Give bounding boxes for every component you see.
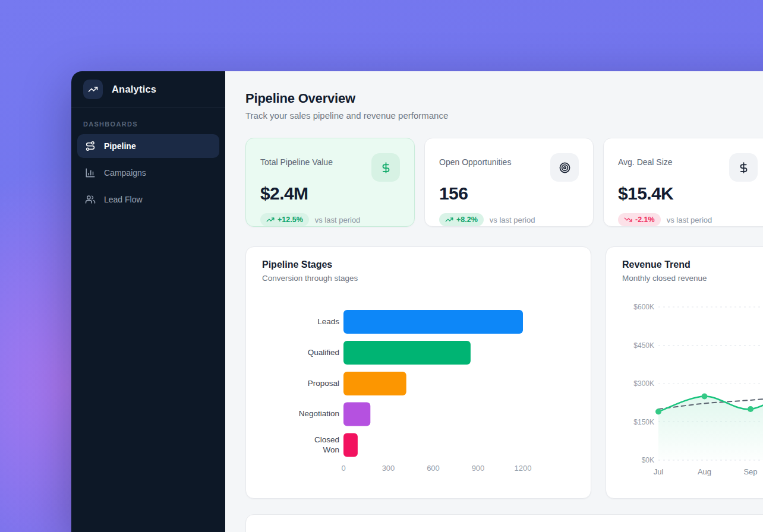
pipeline-stages-card: Pipeline Stages Conversion through stage… bbox=[245, 246, 591, 499]
x-axis-tick: Sep bbox=[743, 467, 757, 476]
charts-row: Pipeline Stages Conversion through stage… bbox=[245, 246, 763, 499]
sidebar-section-label: DASHBOARDS bbox=[83, 121, 213, 128]
x-axis-tick: 300 bbox=[382, 464, 395, 473]
kpi-delta-badge: +12.5% bbox=[260, 213, 309, 226]
revenue-trend-card: Revenue Trend Monthly closed revenue $0K… bbox=[606, 246, 763, 499]
revenue-trend-header: Revenue Trend Monthly closed revenue bbox=[622, 259, 707, 283]
kpi-delta-badge: +8.2% bbox=[439, 213, 484, 226]
dollar-icon bbox=[380, 162, 392, 174]
pipeline-stages-title: Pipeline Stages bbox=[262, 259, 358, 270]
y-axis-tick: $300K bbox=[633, 379, 654, 388]
kpi-icon-box bbox=[371, 153, 400, 182]
page-subtitle: Track your sales pipeline and revenue pe… bbox=[245, 110, 763, 121]
x-axis-tick: Jul bbox=[654, 467, 664, 476]
dollar-icon bbox=[737, 162, 750, 174]
target-icon bbox=[559, 162, 571, 174]
bar-qualified bbox=[343, 341, 471, 365]
kpi-row: Total Pipeline Value $2.4M +12.5% vs las… bbox=[245, 138, 763, 227]
app-logo bbox=[83, 80, 103, 99]
revenue-trend-chart: $0K$150K$300K$450K$600KJulAugSep bbox=[606, 247, 763, 499]
sidebar-nav: Pipeline Campaigns Lead Flow bbox=[71, 134, 225, 214]
sidebar-item-label: Pipeline bbox=[104, 141, 136, 151]
revenue-point-jul bbox=[655, 408, 661, 414]
revenue-point-aug bbox=[702, 394, 708, 400]
bar-label: Negotiation bbox=[299, 409, 339, 418]
bar-label: Leads bbox=[317, 317, 339, 326]
revenue-trend-title: Revenue Trend bbox=[622, 259, 707, 270]
page-title: Pipeline Overview bbox=[245, 91, 763, 106]
bar-closed-won bbox=[343, 433, 358, 457]
kpi-label: Total Pipeline Value bbox=[260, 157, 333, 167]
bottom-card-partial bbox=[245, 514, 763, 532]
kpi-label: Avg. Deal Size bbox=[618, 157, 673, 167]
kpi-delta-value: +12.5% bbox=[278, 216, 303, 224]
kpi-icon-box bbox=[550, 153, 579, 182]
kpi-label: Open Opportunities bbox=[439, 157, 511, 167]
analytics-app-window: Analytics DASHBOARDS Pipeline Campaigns … bbox=[71, 71, 763, 532]
kpi-icon-box bbox=[729, 153, 758, 182]
bar-label: Qualified bbox=[308, 348, 339, 357]
trend-up-icon bbox=[445, 216, 453, 224]
sidebar: Analytics DASHBOARDS Pipeline Campaigns … bbox=[71, 71, 225, 532]
bar-negotiation bbox=[343, 403, 370, 426]
users-icon bbox=[85, 194, 96, 205]
pipeline-stages-header: Pipeline Stages Conversion through stage… bbox=[262, 259, 358, 283]
main-content: Pipeline Overview Track your sales pipel… bbox=[225, 71, 763, 532]
x-axis-tick: 600 bbox=[427, 464, 440, 473]
y-axis-tick: $0K bbox=[642, 456, 654, 464]
x-axis-tick: Aug bbox=[698, 467, 711, 476]
kpi-comparison-label: vs last period bbox=[667, 216, 712, 224]
sidebar-item-label: Campaigns bbox=[104, 168, 146, 178]
x-axis-tick: 0 bbox=[341, 464, 345, 473]
kpi-comparison-label: vs last period bbox=[315, 216, 361, 224]
bar-label: Closed bbox=[314, 435, 339, 444]
kpi-value: 156 bbox=[439, 183, 579, 204]
kpi-value: $15.4K bbox=[618, 183, 758, 204]
x-axis-tick: 900 bbox=[472, 464, 485, 473]
kpi-card-avg-deal-size[interactable]: Avg. Deal Size $15.4K -2.1% vs last peri… bbox=[603, 138, 763, 227]
kpi-delta-badge: -2.1% bbox=[618, 213, 661, 226]
kpi-card-total-pipeline-value[interactable]: Total Pipeline Value $2.4M +12.5% vs las… bbox=[245, 138, 415, 227]
pipeline-stages-chart: LeadsQualifiedProposalNegotiationClosedW… bbox=[246, 247, 592, 499]
app-title: Analytics bbox=[112, 84, 156, 95]
revenue-trend-subtitle: Monthly closed revenue bbox=[622, 274, 707, 283]
bar-label: Won bbox=[323, 445, 339, 454]
sidebar-brand: Analytics bbox=[71, 71, 225, 107]
bar-chart-icon bbox=[85, 167, 96, 178]
route-icon bbox=[85, 141, 96, 151]
kpi-card-open-opportunities[interactable]: Open Opportunities 156 +8.2% vs last per… bbox=[424, 138, 594, 227]
y-axis-tick: $450K bbox=[633, 341, 654, 350]
y-axis-tick: $600K bbox=[633, 303, 654, 311]
trend-up-icon bbox=[266, 216, 275, 224]
kpi-value: $2.4M bbox=[260, 183, 400, 204]
sidebar-item-campaigns[interactable]: Campaigns bbox=[77, 161, 219, 185]
pipeline-stages-subtitle: Conversion through stages bbox=[262, 274, 358, 283]
trending-up-icon bbox=[88, 84, 98, 94]
kpi-comparison-label: vs last period bbox=[490, 216, 535, 224]
sidebar-item-pipeline[interactable]: Pipeline bbox=[77, 134, 219, 158]
sidebar-item-lead-flow[interactable]: Lead Flow bbox=[77, 188, 219, 211]
sidebar-item-label: Lead Flow bbox=[104, 195, 143, 204]
x-axis-tick: 1200 bbox=[515, 464, 532, 473]
kpi-delta-value: +8.2% bbox=[456, 216, 478, 224]
bar-proposal bbox=[343, 372, 406, 395]
revenue-point-sep bbox=[748, 406, 753, 412]
desktop-background: Analytics DASHBOARDS Pipeline Campaigns … bbox=[0, 0, 763, 532]
y-axis-tick: $150K bbox=[633, 418, 654, 426]
kpi-delta-value: -2.1% bbox=[635, 216, 655, 224]
trend-down-icon bbox=[624, 216, 632, 224]
sidebar-divider bbox=[71, 107, 225, 107]
bar-label: Proposal bbox=[308, 379, 339, 388]
bar-leads bbox=[343, 310, 523, 334]
